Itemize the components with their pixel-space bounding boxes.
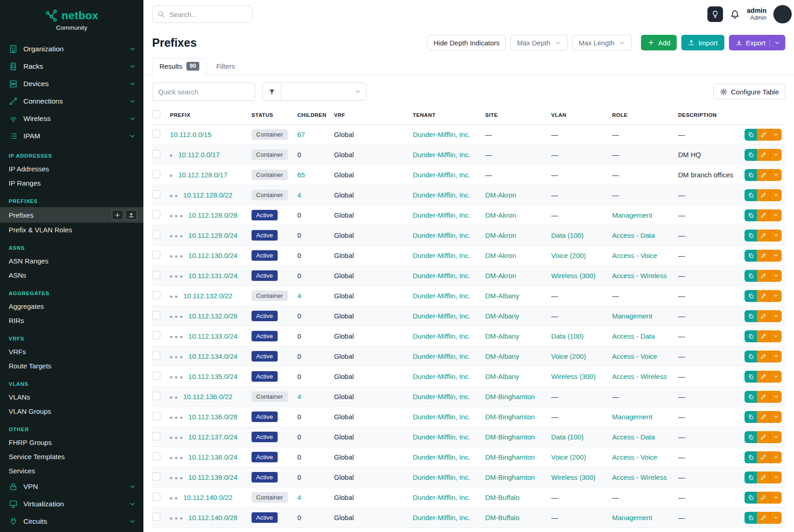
edit-button[interactable] [757, 129, 769, 141]
notifications-bell-icon[interactable] [730, 9, 740, 19]
row-dropdown-button[interactable] [769, 169, 782, 181]
prefix-link[interactable]: 10.112.132.0/28 [188, 312, 237, 320]
tenant-link[interactable]: Dunder-Mifflin, Inc. [413, 151, 471, 159]
tenant-link[interactable]: Dunder-Mifflin, Inc. [413, 252, 471, 259]
site-link[interactable]: DM-Albany [485, 312, 519, 320]
tenant-link[interactable]: Dunder-Mifflin, Inc. [413, 473, 471, 481]
theme-toggle-button[interactable] [707, 6, 723, 22]
role-link[interactable]: Management [612, 413, 652, 421]
row-checkbox[interactable] [152, 271, 160, 279]
prefix-link[interactable]: 10.112.128.0/22 [183, 191, 232, 199]
edit-button[interactable] [757, 351, 769, 362]
sidebar-item-circuits[interactable]: Circuits [0, 513, 143, 530]
edit-button[interactable] [757, 310, 769, 322]
role-link[interactable]: Access - Wireless [612, 373, 667, 380]
vlan-link[interactable]: Voice (200) [551, 453, 586, 461]
add-prefix-button[interactable] [112, 210, 123, 220]
add-button[interactable]: Add [641, 35, 677, 50]
prefix-link[interactable]: 10.112.136.0/22 [183, 393, 232, 400]
row-dropdown-button[interactable] [769, 209, 782, 221]
clone-button[interactable] [745, 290, 757, 302]
role-link[interactable]: Access - Wireless [612, 473, 667, 481]
edit-button[interactable] [757, 230, 769, 241]
vlan-link[interactable]: Voice (200) [551, 352, 586, 360]
prefix-link[interactable]: 10.112.134.0/24 [188, 352, 237, 360]
clone-button[interactable] [745, 149, 757, 161]
sidebar-item-services[interactable]: Services [0, 464, 143, 478]
row-dropdown-button[interactable] [769, 129, 782, 141]
prefix-link[interactable]: 10.112.140.0/22 [183, 494, 232, 501]
vlan-link[interactable]: Data (100) [551, 332, 584, 340]
column-header-vrf[interactable]: VRF [334, 112, 413, 118]
select-all-checkbox[interactable] [152, 110, 160, 118]
sidebar-item-ipam[interactable]: IPAM [0, 127, 143, 145]
column-header-prefix[interactable]: PREFIX [170, 112, 252, 118]
sidebar-item-ip-ranges[interactable]: IP Ranges [0, 176, 143, 190]
row-dropdown-button[interactable] [769, 189, 782, 201]
clone-button[interactable] [745, 169, 757, 181]
prefix-link[interactable]: 10.112.138.0/24 [188, 453, 237, 461]
edit-button[interactable] [757, 451, 769, 463]
sidebar-item-rirs[interactable]: RIRs [0, 313, 143, 328]
role-link[interactable]: Access - Voice [612, 453, 657, 461]
tenant-link[interactable]: Dunder-Mifflin, Inc. [413, 373, 471, 380]
tenant-link[interactable]: Dunder-Mifflin, Inc. [413, 352, 471, 360]
tenant-link[interactable]: Dunder-Mifflin, Inc. [413, 231, 471, 239]
sidebar-item-asn-ranges[interactable]: ASN Ranges [0, 254, 143, 268]
column-header-children[interactable]: CHILDREN [297, 112, 334, 118]
site-link[interactable]: DM-Binghamton [485, 453, 535, 461]
sidebar-item-wireless[interactable]: Wireless [0, 110, 143, 127]
max-length-dropdown[interactable]: Max Length [572, 35, 632, 50]
tenant-link[interactable]: Dunder-Mifflin, Inc. [413, 272, 471, 280]
row-dropdown-button[interactable] [769, 492, 782, 504]
clone-button[interactable] [745, 250, 757, 262]
row-checkbox[interactable] [152, 230, 160, 239]
import-button[interactable]: Import [681, 35, 724, 50]
role-link[interactable]: Access - Data [612, 231, 655, 239]
sidebar-item-racks[interactable]: Racks [0, 58, 143, 75]
clone-button[interactable] [745, 270, 757, 282]
prefix-link[interactable]: 10.112.140.0/28 [188, 514, 237, 521]
edit-button[interactable] [757, 371, 769, 383]
tenant-link[interactable]: Dunder-Mifflin, Inc. [413, 292, 471, 300]
row-checkbox[interactable] [152, 210, 160, 219]
vlan-link[interactable]: Voice (200) [551, 252, 586, 259]
site-link[interactable]: DM-Albany [485, 292, 519, 300]
row-checkbox[interactable] [152, 251, 160, 259]
export-button[interactable]: Export [729, 35, 785, 50]
row-dropdown-button[interactable] [769, 371, 782, 383]
site-link[interactable]: DM-Binghamton [485, 413, 535, 421]
vlan-link[interactable]: Wireless (300) [551, 373, 596, 380]
clone-button[interactable] [745, 512, 757, 524]
sidebar-item-route-targets[interactable]: Route Targets [0, 359, 143, 373]
filter-select[interactable] [281, 82, 367, 101]
tenant-link[interactable]: Dunder-Mifflin, Inc. [413, 332, 471, 340]
role-link[interactable]: Management [612, 514, 652, 521]
role-link[interactable]: Access - Voice [612, 252, 657, 259]
prefix-link[interactable]: 10.112.130.0/24 [188, 252, 237, 259]
vlan-link[interactable]: Wireless (300) [551, 473, 596, 481]
site-link[interactable]: DM-Akron [485, 211, 516, 219]
children-link[interactable]: 65 [297, 171, 305, 179]
vlan-link[interactable]: Data (100) [551, 433, 584, 441]
row-dropdown-button[interactable] [769, 290, 782, 302]
row-dropdown-button[interactable] [769, 431, 782, 443]
column-header-role[interactable]: ROLE [612, 112, 678, 118]
row-checkbox[interactable] [152, 170, 160, 178]
row-dropdown-button[interactable] [769, 330, 782, 342]
site-link[interactable]: DM-Binghamton [485, 473, 535, 481]
clone-button[interactable] [745, 431, 757, 443]
prefix-link[interactable]: 10.112.136.0/28 [188, 413, 237, 421]
column-header-site[interactable]: SITE [485, 112, 551, 118]
hide-depth-indicators-button[interactable]: Hide Depth Indicators [427, 35, 506, 50]
tenant-link[interactable]: Dunder-Mifflin, Inc. [413, 191, 471, 199]
clone-button[interactable] [745, 351, 757, 362]
role-link[interactable]: Access - Wireless [612, 272, 667, 280]
vlan-link[interactable]: Wireless (300) [551, 272, 596, 280]
site-link[interactable]: DM-Akron [485, 191, 516, 199]
row-dropdown-button[interactable] [769, 451, 782, 463]
children-link[interactable]: 4 [297, 393, 301, 400]
clone-button[interactable] [745, 411, 757, 423]
children-link[interactable]: 4 [297, 494, 301, 501]
row-checkbox[interactable] [152, 190, 160, 198]
